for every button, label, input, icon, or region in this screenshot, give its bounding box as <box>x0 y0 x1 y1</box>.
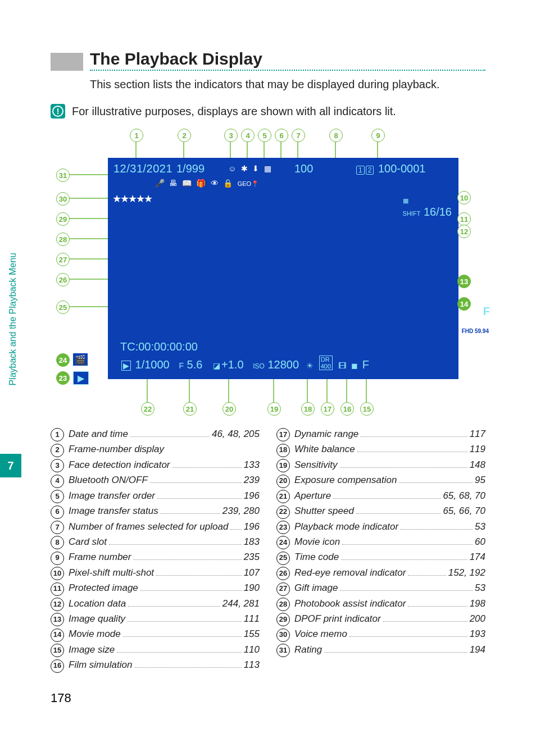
exposure-info-row: ▶ 1/1000 F 5.6 ◪+1.0 ISO 12800 ☀ DR400 🎞… <box>120 356 369 371</box>
legend-page-ref: 60 <box>475 535 485 549</box>
legend-number: 7 <box>51 521 64 534</box>
legend-dots <box>157 498 242 499</box>
legend-page-ref: 119 <box>470 443 485 457</box>
legend-label: Playback mode indicator <box>294 520 398 534</box>
legend-label: Movie mode <box>69 627 121 641</box>
legend-number: 31 <box>276 644 290 657</box>
legend-number: 18 <box>276 444 290 457</box>
heading-marker <box>51 53 83 71</box>
callout-18: 18 <box>301 402 315 416</box>
callout-6: 6 <box>275 129 288 142</box>
legend-row: 31Rating194 <box>276 643 485 657</box>
legend-dots <box>349 636 467 637</box>
movie-icon: 🎬 <box>73 353 88 366</box>
legend-page-ref: 244, 281 <box>222 597 260 611</box>
legend-row: 3Face detection indicator133 <box>51 458 260 472</box>
callout-28: 28 <box>56 233 70 246</box>
legend-number: 20 <box>276 475 290 488</box>
legend-number: 21 <box>276 490 290 503</box>
legend-number: 30 <box>276 629 290 642</box>
legend-number: 25 <box>276 552 290 565</box>
legend-label: Card slot <box>69 535 107 549</box>
legend-number: 28 <box>276 598 290 611</box>
legend-row: 12Location data244, 281 <box>51 597 260 611</box>
legend-page-ref: 183 <box>244 535 260 549</box>
legend-column-right: 17Dynamic range11718White balance11919Se… <box>276 427 485 674</box>
legend-row: 24Movie icon60 <box>276 535 485 549</box>
legend-label: Film simulation <box>69 658 132 672</box>
red-eye-icon: 👁 <box>211 179 219 188</box>
dpof-icon: 🖶 <box>169 179 177 188</box>
callout-23: 23 <box>56 371 70 385</box>
legend-label: Frame-number display <box>69 443 164 457</box>
legend-label: Number of frames selected for upload <box>69 520 228 534</box>
legend-dots <box>109 544 242 545</box>
legend-label: Face detection indicator <box>69 458 170 472</box>
legend-row: 17Dynamic range117 <box>276 427 485 441</box>
legend-dots <box>117 652 241 653</box>
legend-row: 27Gift image53 <box>276 581 485 595</box>
legend-label: Time code <box>294 550 339 564</box>
legend-page-ref: 196 <box>244 520 260 534</box>
legend-dots <box>333 498 440 499</box>
legend-number: 17 <box>276 428 290 441</box>
geo-icon: GEO📍 <box>238 180 259 188</box>
caution-icon <box>51 104 65 119</box>
legend-dots <box>356 513 441 514</box>
legend-page-ref: 235 <box>244 550 260 564</box>
callout-12: 12 <box>457 225 471 238</box>
legend-page-ref: 148 <box>470 458 485 472</box>
callout-15: 15 <box>360 402 374 416</box>
legend-number: 15 <box>51 644 64 657</box>
card-slot-1-icon: 1 <box>356 166 365 175</box>
legend-dots <box>230 529 241 530</box>
legend-page-ref: 155 <box>244 627 260 641</box>
legend-dots <box>399 482 473 483</box>
callout-4: 4 <box>241 129 255 142</box>
callout-17: 17 <box>321 402 334 416</box>
playback-mode-icon: ▶ <box>73 371 89 385</box>
legend-label: Movie icon <box>294 535 340 549</box>
legend-label: Shutter speed <box>294 504 354 518</box>
indicator-icons-row: 🎤 🖶 📖 🎁 👁 🔒 GEO📍 <box>154 178 260 188</box>
legend-number: 3 <box>51 459 64 472</box>
callout-22: 22 <box>141 402 155 416</box>
callout-30: 30 <box>56 192 70 206</box>
legend-number: 1 <box>51 428 64 441</box>
legend-row: 15Image size110 <box>51 643 260 657</box>
legend-row: 29DPOF print indicator200 <box>276 612 485 626</box>
movie-mode-indicator: FHD 59.94 <box>460 327 491 335</box>
legend-dots <box>357 452 467 452</box>
callout-16: 16 <box>340 402 354 416</box>
protected-icon: 🔒 <box>223 179 233 188</box>
legend-dots <box>161 513 220 514</box>
legend-row: 16Film simulation113 <box>51 658 260 672</box>
legend-row: 5Image transfer order196 <box>51 489 260 503</box>
legend-dots <box>134 667 241 668</box>
legend-label: Voice memo <box>294 627 347 641</box>
legend-number: 16 <box>51 659 64 673</box>
size-icon: ◼ <box>351 361 358 370</box>
legend-row: 25Time code174 <box>276 550 485 564</box>
legend-number: 10 <box>51 567 64 580</box>
legend-dots <box>361 436 467 437</box>
playback-diagram: 12/31/2021 1/999 ☺ ✱ ⬇ ▦ 100 12 100-0001… <box>52 130 484 416</box>
legend-label: Photobook assist indicator <box>294 597 406 611</box>
legend-dots <box>340 590 473 591</box>
legend-number: 26 <box>276 567 290 580</box>
legend-page-ref: 110 <box>244 643 260 657</box>
callout-27: 27 <box>56 253 70 266</box>
voice-memo-icon: 🎤 <box>155 179 165 188</box>
callout-1: 1 <box>130 129 143 142</box>
callout-24: 24 <box>56 353 70 367</box>
page-number: 178 <box>51 691 485 705</box>
wb-icon: ☀ <box>306 361 314 370</box>
pixel-shift-indicator: ▦SHIFT 16/16 <box>403 193 452 218</box>
legend-page-ref: 190 <box>244 581 260 595</box>
callout-31: 31 <box>56 168 70 182</box>
callout-2: 2 <box>178 129 191 142</box>
face-detect-icon: ☺ <box>228 164 236 173</box>
shutter-speed: 1/1000 <box>135 358 170 371</box>
legend-label: Gift image <box>294 581 338 595</box>
legend-page-ref: 107 <box>244 566 260 580</box>
